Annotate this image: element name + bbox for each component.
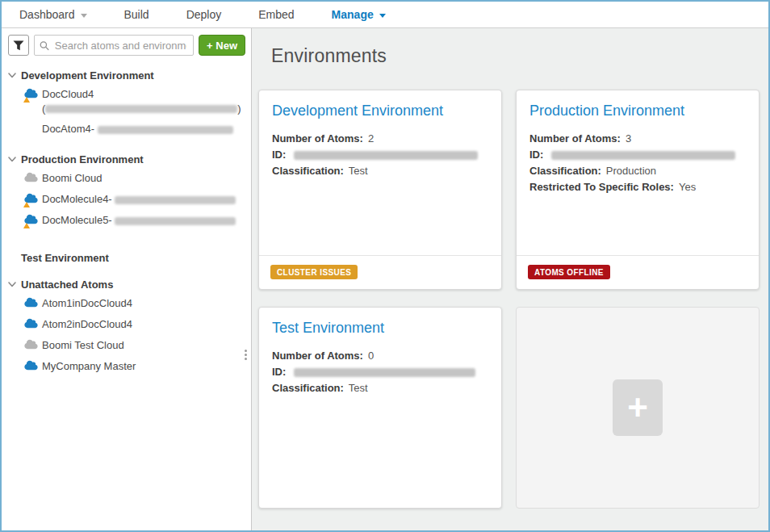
tree-section-test-environment[interactable]: Test Environment (8, 252, 251, 264)
card-footer: ATOMS OFFLINE (517, 255, 759, 289)
filter-button[interactable] (8, 35, 29, 56)
environment-card-title-link[interactable]: Test Environment (272, 320, 488, 337)
chevron-down-icon (8, 157, 16, 162)
nav-dashboard-label: Dashboard (19, 8, 75, 21)
redacted-id-paren: ( ) (42, 103, 241, 115)
tree-item-text: Boomi Cloud (42, 172, 102, 184)
redacted-text (115, 217, 236, 225)
cloud-blue-icon (24, 360, 38, 373)
tree-item-text: DocMolecule4- (42, 193, 236, 205)
tree-item-boomi-cloud[interactable]: Boomi Cloud (8, 168, 251, 189)
tree-item-mycompany-master[interactable]: MyCompany Master (8, 356, 251, 377)
field-value: 3 (626, 131, 631, 147)
cloud-blue-icon (24, 297, 38, 310)
chevron-down-icon (8, 282, 16, 287)
tree-item-boomi-test-cloud[interactable]: Boomi Test Cloud (8, 335, 251, 356)
tree-section-unattached-atoms[interactable]: Unattached Atoms (8, 279, 251, 291)
environment-card-title-link[interactable]: Production Environment (529, 103, 746, 119)
card-footer: CLUSTER ISSUES (259, 255, 501, 289)
field-id: ID: (272, 364, 488, 380)
nav-manage[interactable]: Manage (332, 8, 386, 21)
status-badge-cluster-issues: CLUSTER ISSUES (270, 265, 358, 279)
main-content: Environments Development Environment Num… (252, 28, 768, 530)
environment-card-grid: Development Environment Number of Atoms:… (258, 90, 762, 509)
search-icon (40, 40, 49, 51)
environment-card-development: Development Environment Number of Atoms:… (258, 90, 502, 290)
field-value: Production (606, 163, 656, 179)
app-window: Dashboard Build Deploy Embed Manage (0, 0, 770, 532)
field-classification: Classification: Production (529, 163, 746, 179)
field-id: ID: (272, 147, 488, 163)
field-classification: Classification: Test (272, 380, 488, 396)
page-title: Environments (271, 45, 768, 67)
new-button[interactable]: + New (199, 35, 245, 56)
field-value: 2 (368, 131, 374, 147)
chevron-down-icon (8, 73, 16, 78)
field-number-of-atoms: Number of Atoms: 0 (272, 348, 488, 364)
cloud-gray-icon (24, 172, 38, 185)
tree-item-text: DocCloud4 ( ) (42, 88, 241, 115)
field-value: 0 (368, 348, 374, 364)
sidebar-resize-handle[interactable] (242, 350, 249, 360)
chevron-down-icon (81, 14, 87, 18)
search-input[interactable] (53, 39, 188, 52)
tree-item-text: Boomi Test Cloud (42, 339, 124, 351)
tree-item-doccloud4[interactable]: DocCloud4 ( ) (8, 84, 251, 119)
field-restricted-roles: Restricted To Specific Roles: Yes (529, 179, 746, 195)
nav-dashboard[interactable]: Dashboard (19, 8, 87, 21)
redacted-id (294, 368, 475, 377)
atom-environment-tree: Development Environment DocCloud4 ( ) (2, 61, 251, 377)
cloud-gray-icon (24, 339, 38, 352)
field-value: Test (349, 380, 368, 396)
tree-section-production-environment[interactable]: Production Environment (8, 153, 251, 165)
chevron-down-icon (379, 14, 386, 18)
tree-item-docmolecule5[interactable]: DocMolecule5- (8, 210, 251, 231)
tree-item-docmolecule4[interactable]: DocMolecule4- (8, 189, 251, 210)
cloud-warning-icon (24, 88, 38, 101)
field-id: ID: (529, 147, 746, 163)
status-badge-atoms-offline: ATOMS OFFLINE (528, 265, 610, 279)
tree-item-text: DocAtom4- (42, 123, 233, 135)
search-box (34, 35, 194, 56)
environment-card-test: Test Environment Number of Atoms: 0 ID: … (258, 307, 502, 509)
nav-deploy-label: Deploy (186, 8, 222, 21)
environment-card-title-link[interactable]: Development Environment (272, 103, 488, 119)
redacted-text (115, 196, 236, 204)
tree-section-label: Development Environment (21, 69, 154, 82)
nav-manage-label: Manage (332, 8, 374, 21)
tree-item-atom2indoccloud4[interactable]: Atom2inDocCloud4 (8, 314, 251, 335)
add-environment-card[interactable]: + (516, 307, 760, 509)
tree-item-docatom4[interactable]: DocAtom4- (8, 119, 251, 139)
tree-item-atom1indoccloud4[interactable]: Atom1inDocCloud4 (8, 293, 251, 314)
field-value: Test (349, 163, 368, 179)
field-classification: Classification: Test (272, 163, 488, 179)
redacted-text (98, 126, 233, 134)
tree-item-text: DocMolecule5- (42, 214, 236, 226)
redacted-id (551, 151, 735, 160)
nav-deploy[interactable]: Deploy (186, 8, 222, 21)
funnel-icon (13, 40, 24, 51)
tree-item-text: Atom1inDocCloud4 (42, 297, 132, 309)
field-number-of-atoms: Number of Atoms: 3 (529, 131, 746, 147)
environment-tree-sidebar: + New Development Environment DocCloud4 (2, 28, 252, 530)
tree-item-text: MyCompany Master (42, 360, 136, 372)
nav-embed-label: Embed (258, 8, 294, 21)
cloud-blue-icon (24, 318, 38, 331)
redacted-text (45, 105, 237, 113)
nav-embed[interactable]: Embed (258, 8, 294, 21)
cloud-warning-icon (24, 214, 38, 227)
tree-section-label: Production Environment (21, 153, 144, 165)
tree-item-text: Atom2inDocCloud4 (42, 318, 132, 330)
tree-section-label: Unattached Atoms (21, 279, 113, 291)
nav-build-label: Build (124, 8, 149, 21)
field-number-of-atoms: Number of Atoms: 2 (272, 131, 488, 147)
tree-section-development-environment[interactable]: Development Environment (8, 69, 251, 82)
nav-build[interactable]: Build (124, 8, 149, 21)
field-value: Yes (679, 179, 696, 195)
tree-section-label: Test Environment (21, 252, 109, 264)
add-environment-button[interactable]: + (613, 379, 663, 436)
cloud-warning-icon (24, 193, 38, 206)
environment-card-production: Production Environment Number of Atoms: … (516, 90, 760, 290)
sidebar-toolbar: + New (2, 28, 251, 61)
top-nav: Dashboard Build Deploy Embed Manage (2, 2, 768, 28)
